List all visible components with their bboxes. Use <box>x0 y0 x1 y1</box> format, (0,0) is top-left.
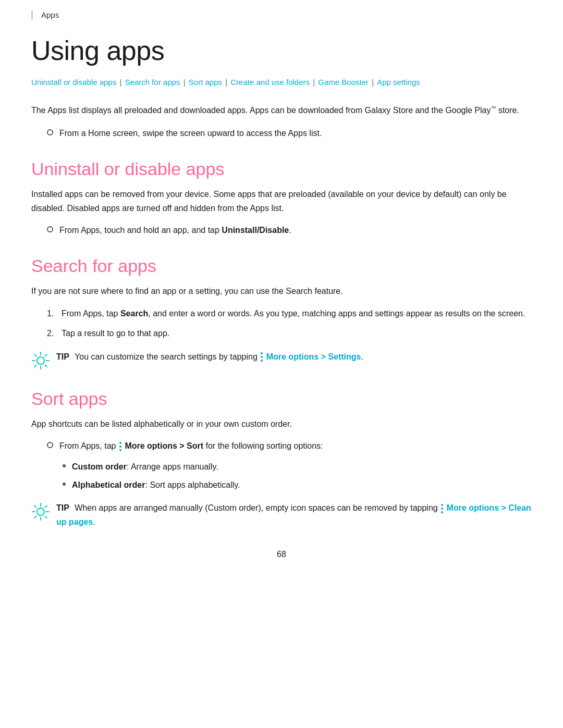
sort-tip-text: TIP When apps are arranged manually (Cus… <box>56 501 532 529</box>
alpha-order-bold: Alphabetical order <box>72 480 145 489</box>
more-options-icon <box>261 352 263 362</box>
bullet-circle-icon <box>47 226 53 232</box>
nav-link-uninstall[interactable]: Uninstall or disable apps <box>31 78 116 87</box>
uninstall-body: Installed apps can be removed from your … <box>31 188 532 215</box>
nav-links: Uninstall or disable apps | Search for a… <box>31 76 532 89</box>
svg-point-0 <box>37 357 44 364</box>
section-heading-uninstall: Uninstall or disable apps <box>31 159 532 179</box>
svg-line-8 <box>34 365 36 367</box>
section-heading-sort: Sort apps <box>31 389 532 409</box>
uninstall-bullet-text: From Apps, touch and hold an app, and ta… <box>59 224 291 237</box>
uninstall-bullet: From Apps, touch and hold an app, and ta… <box>47 224 532 237</box>
svg-line-6 <box>45 365 47 367</box>
breadcrumb-label: Apps <box>41 10 59 19</box>
svg-point-9 <box>37 508 44 515</box>
more-options-icon-sort <box>119 442 121 451</box>
bullet-dot-icon <box>63 464 66 467</box>
search-body: If you are not sure where to find an app… <box>31 285 532 298</box>
search-step-2: 2. Tap a result to go to that app. <box>47 327 532 340</box>
svg-line-5 <box>34 354 36 356</box>
search-numbered-list: 1. From Apps, tap Search, and enter a wo… <box>47 307 532 341</box>
search-step-1: 1. From Apps, tap Search, and enter a wo… <box>47 307 532 320</box>
nav-link-search[interactable]: Search for apps <box>125 78 180 87</box>
step-number-2: 2. <box>47 327 62 340</box>
breadcrumb: Apps <box>31 10 532 19</box>
alpha-order-text: Alphabetical order: Sort apps alphabetic… <box>72 478 240 492</box>
sort-sub-bullet-1: Custom order: Arrange apps manually. <box>63 460 532 474</box>
intro-bullet-text: From a Home screen, swipe the screen upw… <box>59 127 322 140</box>
page-container: Apps Using apps Uninstall or disable app… <box>0 0 563 606</box>
search-bold: Search <box>120 309 148 318</box>
page-title: Using apps <box>31 35 532 66</box>
sort-tip-box: TIP When apps are arranged manually (Cus… <box>31 501 532 529</box>
uninstall-bold: Uninstall/Disable <box>222 226 289 235</box>
sort-more-options-bold: More options > Sort <box>125 441 203 450</box>
sort-tip-more-options-text: More options > Clean up pages <box>56 503 531 526</box>
intro-bullet-item: From a Home screen, swipe the screen upw… <box>47 127 532 140</box>
step-number-1: 1. <box>47 307 62 320</box>
page-number: 68 <box>31 550 532 575</box>
svg-line-7 <box>45 354 47 356</box>
custom-order-bold: Custom order <box>72 462 127 471</box>
section-heading-search: Search for apps <box>31 256 532 276</box>
bullet-circle-icon <box>47 129 53 135</box>
nav-link-folders[interactable]: Create and use folders <box>230 78 310 87</box>
tip-label: TIP <box>56 352 69 361</box>
search-tip-box: TIP You can customize the search setting… <box>31 350 532 370</box>
sort-sub-bullet-2: Alphabetical order: Sort apps alphabetic… <box>63 478 532 492</box>
bullet-circle-icon <box>47 442 53 448</box>
intro-text: The Apps list displays all preloaded and… <box>31 104 532 117</box>
search-step-2-text: Tap a result to go to that app. <box>62 327 169 340</box>
nav-link-app-settings[interactable]: App settings <box>377 78 420 87</box>
separator: | <box>117 78 124 87</box>
search-step-1-text: From Apps, tap Search, and enter a word … <box>62 307 525 320</box>
svg-line-16 <box>45 505 47 508</box>
sort-bullet: From Apps, tap More options > Sort for t… <box>47 439 532 453</box>
sort-body: App shortcuts can be listed alphabetical… <box>31 417 532 431</box>
nav-link-sort[interactable]: Sort apps <box>189 78 222 87</box>
svg-line-17 <box>34 516 36 519</box>
tip-icon-sort <box>31 502 50 521</box>
more-options-icon-sort-tip <box>441 504 443 513</box>
svg-line-15 <box>45 516 47 519</box>
nav-link-game-booster[interactable]: Game Booster <box>318 78 369 87</box>
tip-label-sort: TIP <box>56 503 69 512</box>
bullet-dot-icon <box>63 483 66 486</box>
search-tip-text: TIP You can customize the search setting… <box>56 350 363 364</box>
custom-order-text: Custom order: Arrange apps manually. <box>72 460 218 474</box>
svg-line-14 <box>34 505 36 508</box>
sort-bullet-text: From Apps, tap More options > Sort for t… <box>59 439 323 453</box>
sort-sub-bullets: Custom order: Arrange apps manually. Alp… <box>63 460 532 492</box>
more-options-text: More options > Settings <box>266 352 361 361</box>
tip-icon <box>31 351 50 370</box>
